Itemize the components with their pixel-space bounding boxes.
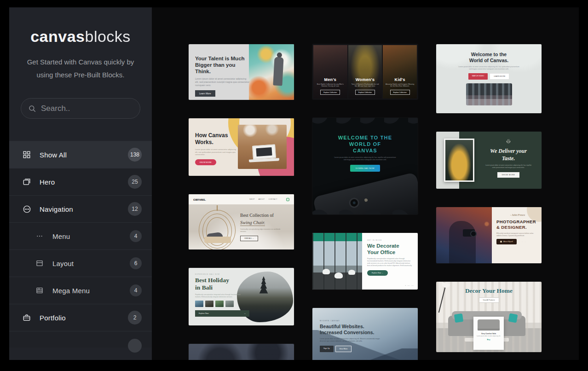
sidebar-item-mega-menu[interactable]: Mega Menu 4: [9, 277, 152, 304]
sidebar-item-label: Layout: [52, 260, 74, 267]
sidebar-item-navigation[interactable]: Navigation 12: [9, 195, 152, 222]
websites-title: Increased Conversions.: [320, 330, 403, 336]
grid-column-2: Men's Best Stylish Collection for any Me…: [312, 44, 418, 360]
mural-photo: [249, 44, 294, 100]
sidebar-item-portfolio[interactable]: Portfolio 2: [9, 304, 152, 331]
sidebar-item-menu[interactable]: Menu 4: [9, 222, 152, 249]
office-interior-photo: [466, 83, 512, 105]
swing-title-italic: Swing Chair.: [240, 220, 265, 226]
signature-text: - Juliet Fresco: [496, 214, 539, 216]
search-box[interactable]: [21, 98, 140, 119]
about-myself-label: About Myself: [503, 241, 513, 243]
block-card-collections[interactable]: Men's Best Stylish Collection for any Me…: [312, 44, 418, 99]
person-figure: [273, 57, 283, 86]
blocks-grid: Your Talent is MuchBigger than you Think…: [152, 7, 579, 360]
sidebar-item-hero[interactable]: Hero 25: [9, 168, 152, 195]
count-badge: 12: [128, 202, 142, 216]
sidebar: canvasblocks Get Started with Canvas qui…: [9, 7, 152, 360]
wave-shape-top: [312, 118, 418, 131]
talent-title: Bigger than you Think.: [195, 62, 250, 75]
office-photo: [312, 233, 362, 290]
brand-bold: canvas: [30, 28, 85, 45]
count-badge: 138: [128, 148, 142, 162]
sidebar-item-layout[interactable]: Layout 6: [9, 249, 152, 277]
thumbnail-image: [215, 301, 224, 307]
panel-title: Kid's: [395, 77, 405, 82]
product-sofa-image: [478, 319, 500, 330]
tagline-line: using these Pre-Built Blocks.: [9, 69, 152, 81]
product-name: Grey Comfort Sofa: [475, 333, 502, 335]
layers-icon: [22, 177, 31, 186]
how-works-title: Works.: [195, 139, 243, 146]
talent-text: Your Talent is MuchBigger than you Think…: [195, 55, 250, 97]
block-card-welcome-light[interactable]: Welcome to theWorld of Canvas. Lorem ips…: [436, 44, 542, 113]
photographer-text: - Juliet Fresco PHOTOGRAPHER & DESIGNER.…: [494, 214, 539, 244]
canvas-blocks-app: { "colors": { "sidebar-bg": "#212329", "…: [0, 0, 588, 371]
block-card-dark-sky[interactable]: [189, 344, 294, 360]
bali-title: Best Holiday: [195, 277, 246, 284]
block-card-bali-holiday[interactable]: EXPERIENCE BALI NOW Best Holidayin Bali …: [189, 268, 294, 325]
block-card-beautiful-websites[interactable]: MODERN CANVAS Beautiful Websites.Increas…: [312, 308, 418, 360]
learn-more-button: LEARN MORE: [490, 73, 509, 80]
block-card-decor-home[interactable]: Decor Your Home View All Products Grey C…: [436, 282, 542, 352]
block-card-decorate-office[interactable]: GET IN MODE We DecorateYour Office Rapid…: [312, 233, 418, 290]
websites-title: Beautiful Websites.: [320, 324, 403, 330]
websites-body: deserunt quo ratione dolorem, ad laut vo…: [320, 340, 403, 342]
camera-dot-icon: [500, 241, 502, 243]
search-input[interactable]: [41, 104, 143, 113]
laptop-illustration: [249, 145, 279, 162]
nav-link: SHOP: [249, 198, 254, 200]
bali-body: Rapidiously conceptualize integrated val…: [195, 294, 243, 298]
count-badge: 4: [130, 284, 142, 296]
taste-title: We Deliver your: [480, 147, 536, 155]
block-card-photographer[interactable]: - Juliet Fresco PHOTOGRAPHER & DESIGNER.…: [436, 207, 542, 263]
preview-navbar: canvas. SHOP ABOUT CONTACT: [189, 194, 294, 204]
product-description: Lorem ipsum dolor sit amet adipiscing el…: [475, 336, 502, 337]
sidebar-item-partial[interactable]: [9, 331, 152, 348]
arrow-right-icon: →: [244, 313, 246, 314]
about-myself-button: About Myself: [496, 239, 517, 244]
mens-panel: Men's Best Stylish Collection for any Me…: [313, 45, 347, 99]
explore-now-button: Explore Now →: [195, 310, 249, 317]
grid-column-3: Welcome to theWorld of Canvas. Lorem ips…: [436, 44, 542, 360]
briefcase-icon: [22, 313, 31, 322]
thumbnail-image: [225, 301, 234, 307]
sign-up-button: Sign Up: [320, 346, 334, 352]
count-badge: 6: [130, 257, 142, 269]
search-icon: [28, 104, 36, 113]
decorate-body: Rapidiously conceptualize integrated val…: [367, 258, 412, 267]
bali-thumbnails: [195, 301, 246, 307]
block-card-how-canvas-works[interactable]: How CanvasWorks. Lorem ipsum dolor sit a…: [189, 118, 294, 176]
panel-title: Men's: [324, 77, 337, 82]
block-card-talent[interactable]: Your Talent is MuchBigger than you Think…: [189, 44, 294, 100]
wave-shape-bottom: [312, 202, 418, 214]
block-card-swing-chair[interactable]: canvas. SHOP ABOUT CONTACT Best Collecti: [189, 194, 294, 249]
decorate-title: Your Office: [367, 249, 413, 256]
thumbnail-image: [205, 301, 213, 307]
category-list: Show All 138 Hero 25 Navigation 12 Menu …: [9, 141, 152, 348]
teal-pillow: [508, 313, 518, 323]
sidebar-item-label: Portfolio: [40, 314, 66, 322]
talent-title: Your Talent is Much: [195, 55, 250, 62]
preview-logo: canvas.: [193, 197, 206, 202]
sidebar-item-show-all[interactable]: Show All 138: [9, 141, 152, 168]
home-title: Decor Your Home: [436, 287, 542, 295]
decorate-text: GET IN MODE We DecorateYour Office Rapid…: [367, 239, 413, 276]
carousel-dots: • — —: [405, 284, 414, 287]
count-badge: [128, 339, 142, 353]
block-card-welcome-dark[interactable]: WELCOME TO THE WORLD OF CANVAS Lorem ips…: [312, 118, 418, 214]
how-works-body: Lorem ipsum dolor sit amet consectetur a…: [195, 148, 239, 156]
websites-eyebrow: MODERN CANVAS: [320, 320, 403, 322]
chair-seat: [204, 237, 231, 243]
circle-dots-icon: [22, 204, 31, 214]
social-icons: · · ·: [519, 241, 526, 243]
decorate-title: We Decorate: [367, 243, 413, 249]
block-card-deliver-taste[interactable]: We Deliver yourTaste. Lorem ipsum dolor …: [436, 132, 542, 189]
learn-more-button: Learn More: [195, 90, 215, 97]
taste-text: We Deliver yourTaste. Lorem ipsum dolor …: [480, 137, 536, 178]
dish-icon: [506, 138, 511, 144]
photographer-body: Efficiently transform transparent source…: [496, 232, 537, 237]
explore-collection-button: Explore Collection: [320, 90, 340, 95]
how-works-text: How CanvasWorks. Lorem ipsum dolor sit a…: [195, 132, 243, 165]
know-more-button: KNOW MORE: [195, 159, 216, 165]
